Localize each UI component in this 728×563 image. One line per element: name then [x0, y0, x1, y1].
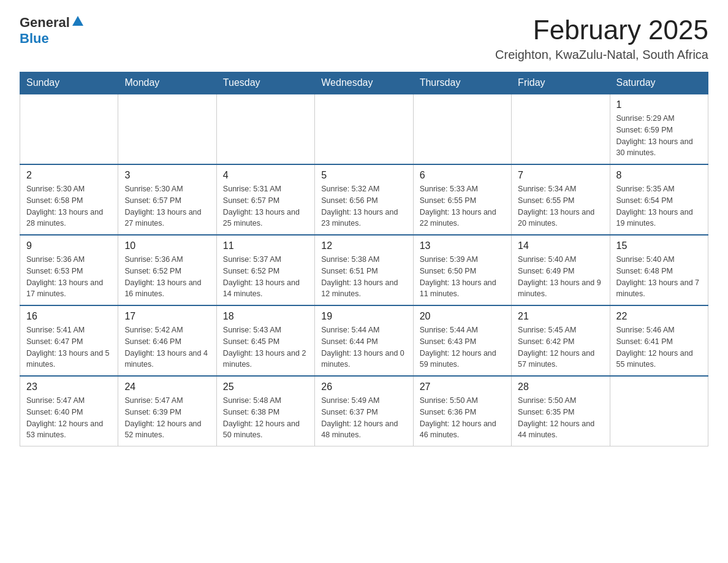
day-number: 12 [321, 240, 406, 251]
header-monday: Monday [118, 72, 216, 94]
day-number: 15 [616, 240, 702, 251]
day-number: 17 [124, 311, 210, 322]
day-info: Sunrise: 5:30 AM Sunset: 6:57 PM Dayligh… [124, 183, 210, 229]
day-info: Sunrise: 5:44 AM Sunset: 6:44 PM Dayligh… [321, 324, 406, 370]
calendar-cell: 13Sunrise: 5:39 AM Sunset: 6:50 PM Dayli… [413, 235, 511, 305]
day-number: 25 [223, 381, 308, 393]
day-number: 23 [26, 381, 112, 393]
calendar-cell [216, 94, 314, 164]
calendar-cell: 5Sunrise: 5:32 AM Sunset: 6:56 PM Daylig… [315, 164, 413, 235]
calendar-subtitle: Creighton, KwaZulu-Natal, South Africa [495, 48, 708, 62]
header-thursday: Thursday [413, 72, 511, 94]
header-sunday: Sunday [20, 72, 118, 94]
calendar-cell: 12Sunrise: 5:38 AM Sunset: 6:51 PM Dayli… [315, 235, 413, 305]
logo-triangle-icon [71, 15, 85, 28]
calendar-cell: 25Sunrise: 5:48 AM Sunset: 6:38 PM Dayli… [216, 376, 314, 446]
calendar-cell: 8Sunrise: 5:35 AM Sunset: 6:54 PM Daylig… [610, 164, 708, 235]
calendar-title: February 2025 [495, 15, 708, 45]
calendar-cell: 17Sunrise: 5:42 AM Sunset: 6:46 PM Dayli… [118, 305, 216, 376]
day-info: Sunrise: 5:36 AM Sunset: 6:53 PM Dayligh… [26, 254, 112, 300]
day-number: 5 [321, 170, 406, 181]
calendar-cell: 21Sunrise: 5:45 AM Sunset: 6:42 PM Dayli… [512, 305, 610, 376]
calendar-cell [413, 94, 511, 164]
day-number: 13 [420, 240, 505, 251]
day-number: 22 [616, 311, 702, 322]
day-number: 7 [518, 170, 603, 181]
day-info: Sunrise: 5:36 AM Sunset: 6:52 PM Dayligh… [124, 254, 210, 300]
logo: General Blue [20, 15, 85, 47]
logo-blue-text: Blue [20, 31, 49, 47]
day-number: 18 [223, 311, 308, 322]
calendar-cell: 27Sunrise: 5:50 AM Sunset: 6:36 PM Dayli… [413, 376, 511, 446]
day-info: Sunrise: 5:32 AM Sunset: 6:56 PM Dayligh… [321, 183, 406, 229]
day-number: 14 [518, 240, 603, 251]
day-number: 2 [26, 170, 112, 181]
day-number: 24 [124, 381, 210, 393]
calendar-week-4: 16Sunrise: 5:41 AM Sunset: 6:47 PM Dayli… [20, 305, 708, 376]
calendar-body: 1Sunrise: 5:29 AM Sunset: 6:59 PM Daylig… [20, 94, 708, 446]
day-info: Sunrise: 5:44 AM Sunset: 6:43 PM Dayligh… [420, 324, 505, 370]
day-info: Sunrise: 5:40 AM Sunset: 6:48 PM Dayligh… [616, 254, 702, 300]
calendar-cell [315, 94, 413, 164]
calendar-cell [610, 376, 708, 446]
day-number: 26 [321, 381, 406, 393]
calendar-cell: 28Sunrise: 5:50 AM Sunset: 6:35 PM Dayli… [512, 376, 610, 446]
day-number: 11 [223, 240, 308, 251]
header-friday: Friday [512, 72, 610, 94]
header-tuesday: Tuesday [216, 72, 314, 94]
calendar-cell: 22Sunrise: 5:46 AM Sunset: 6:41 PM Dayli… [610, 305, 708, 376]
calendar-cell: 4Sunrise: 5:31 AM Sunset: 6:57 PM Daylig… [216, 164, 314, 235]
day-info: Sunrise: 5:37 AM Sunset: 6:52 PM Dayligh… [223, 254, 308, 300]
day-info: Sunrise: 5:33 AM Sunset: 6:55 PM Dayligh… [420, 183, 505, 229]
calendar-cell: 23Sunrise: 5:47 AM Sunset: 6:40 PM Dayli… [20, 376, 118, 446]
day-info: Sunrise: 5:45 AM Sunset: 6:42 PM Dayligh… [518, 324, 603, 370]
day-info: Sunrise: 5:41 AM Sunset: 6:47 PM Dayligh… [26, 324, 112, 370]
day-number: 1 [616, 99, 702, 110]
day-info: Sunrise: 5:49 AM Sunset: 6:37 PM Dayligh… [321, 395, 406, 441]
day-number: 3 [124, 170, 210, 181]
day-number: 19 [321, 311, 406, 322]
day-info: Sunrise: 5:30 AM Sunset: 6:58 PM Dayligh… [26, 183, 112, 229]
header-wednesday: Wednesday [315, 72, 413, 94]
calendar-cell: 20Sunrise: 5:44 AM Sunset: 6:43 PM Dayli… [413, 305, 511, 376]
calendar-header: Sunday Monday Tuesday Wednesday Thursday… [20, 72, 708, 94]
day-info: Sunrise: 5:38 AM Sunset: 6:51 PM Dayligh… [321, 254, 406, 300]
calendar-cell: 14Sunrise: 5:40 AM Sunset: 6:49 PM Dayli… [512, 235, 610, 305]
calendar-cell: 9Sunrise: 5:36 AM Sunset: 6:53 PM Daylig… [20, 235, 118, 305]
day-info: Sunrise: 5:29 AM Sunset: 6:59 PM Dayligh… [616, 113, 702, 159]
day-info: Sunrise: 5:47 AM Sunset: 6:39 PM Dayligh… [124, 395, 210, 441]
day-info: Sunrise: 5:39 AM Sunset: 6:50 PM Dayligh… [420, 254, 505, 300]
day-info: Sunrise: 5:47 AM Sunset: 6:40 PM Dayligh… [26, 395, 112, 441]
day-info: Sunrise: 5:35 AM Sunset: 6:54 PM Dayligh… [616, 183, 702, 229]
day-number: 16 [26, 311, 112, 322]
calendar-cell: 19Sunrise: 5:44 AM Sunset: 6:44 PM Dayli… [315, 305, 413, 376]
calendar-cell: 11Sunrise: 5:37 AM Sunset: 6:52 PM Dayli… [216, 235, 314, 305]
day-number: 21 [518, 311, 603, 322]
calendar-cell: 24Sunrise: 5:47 AM Sunset: 6:39 PM Dayli… [118, 376, 216, 446]
day-info: Sunrise: 5:42 AM Sunset: 6:46 PM Dayligh… [124, 324, 210, 370]
calendar-cell: 1Sunrise: 5:29 AM Sunset: 6:59 PM Daylig… [610, 94, 708, 164]
day-info: Sunrise: 5:40 AM Sunset: 6:49 PM Dayligh… [518, 254, 603, 300]
calendar-week-2: 2Sunrise: 5:30 AM Sunset: 6:58 PM Daylig… [20, 164, 708, 235]
calendar-week-1: 1Sunrise: 5:29 AM Sunset: 6:59 PM Daylig… [20, 94, 708, 164]
title-block: February 2025 Creighton, KwaZulu-Natal, … [495, 15, 708, 62]
logo-general-text: General [20, 15, 70, 31]
day-number: 20 [420, 311, 505, 322]
calendar-week-3: 9Sunrise: 5:36 AM Sunset: 6:53 PM Daylig… [20, 235, 708, 305]
calendar-cell: 7Sunrise: 5:34 AM Sunset: 6:55 PM Daylig… [512, 164, 610, 235]
day-info: Sunrise: 5:48 AM Sunset: 6:38 PM Dayligh… [223, 395, 308, 441]
calendar-week-5: 23Sunrise: 5:47 AM Sunset: 6:40 PM Dayli… [20, 376, 708, 446]
calendar-cell: 3Sunrise: 5:30 AM Sunset: 6:57 PM Daylig… [118, 164, 216, 235]
calendar-cell: 6Sunrise: 5:33 AM Sunset: 6:55 PM Daylig… [413, 164, 511, 235]
page-header: General Blue February 2025 Creighton, Kw… [20, 15, 708, 62]
calendar-cell [20, 94, 118, 164]
calendar-cell [512, 94, 610, 164]
calendar-cell: 10Sunrise: 5:36 AM Sunset: 6:52 PM Dayli… [118, 235, 216, 305]
calendar-cell: 15Sunrise: 5:40 AM Sunset: 6:48 PM Dayli… [610, 235, 708, 305]
day-info: Sunrise: 5:50 AM Sunset: 6:35 PM Dayligh… [518, 395, 603, 441]
day-number: 28 [518, 381, 603, 393]
day-number: 4 [223, 170, 308, 181]
calendar-cell: 16Sunrise: 5:41 AM Sunset: 6:47 PM Dayli… [20, 305, 118, 376]
header-row: Sunday Monday Tuesday Wednesday Thursday… [20, 72, 708, 94]
header-saturday: Saturday [610, 72, 708, 94]
